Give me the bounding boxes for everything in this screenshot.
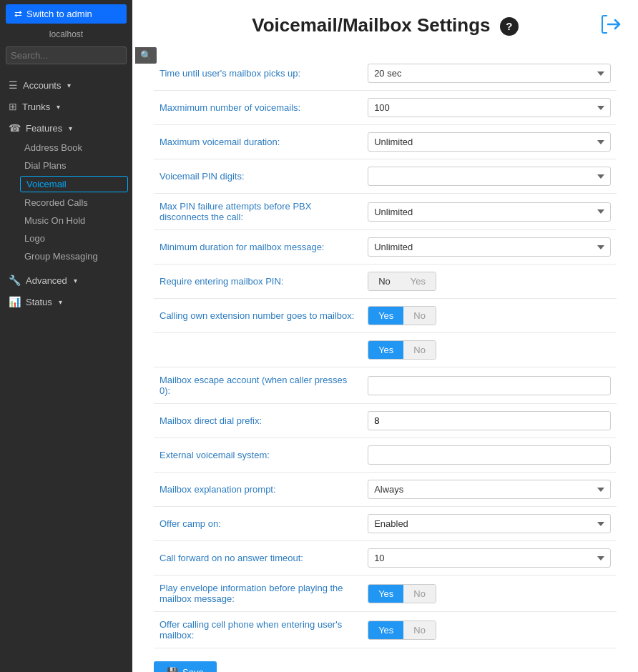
value-min-duration: Unlimited xyxy=(362,230,617,265)
row-mailbox-direct-dial: Mailbox direct dial prefix: xyxy=(154,404,617,438)
toggle-no-unnamed-btn[interactable]: No xyxy=(403,341,436,359)
toggle-play-envelope-info[interactable]: Yes No xyxy=(368,584,436,603)
save-button[interactable]: 💾 Save xyxy=(154,661,217,672)
accounts-icon: ☰ xyxy=(9,79,18,91)
sidebar: ⇄ Switch to admin localhost 🔍 ☰ Accounts… xyxy=(0,0,132,672)
search-box: 🔍 xyxy=(6,46,127,64)
select-voicemail-pin-digits[interactable] xyxy=(368,167,611,186)
label-time-until-pickup: Time until user's mailbox picks up: xyxy=(154,56,362,91)
sidebar-item-recorded-calls[interactable]: Recorded Calls xyxy=(0,194,132,212)
toggle-no-inactive-btn[interactable]: No xyxy=(403,307,436,325)
select-max-voicemails[interactable]: 100 xyxy=(368,98,611,117)
toggle-require-pin[interactable]: No Yes xyxy=(368,272,436,291)
select-max-pin-failure[interactable]: Unlimited xyxy=(368,202,611,222)
sidebar-item-address-book[interactable]: Address Book xyxy=(0,139,132,157)
main-nav: ☰ Accounts ▾ ⊞ Trunks ▾ ☎ Features ▾ Add… xyxy=(0,70,132,270)
value-max-voicemails: 100 xyxy=(362,91,617,125)
status-label: Status xyxy=(26,297,52,307)
accounts-caret: ▾ xyxy=(67,81,71,89)
advanced-icon: 🔧 xyxy=(9,275,21,286)
hostname-label: localhost xyxy=(0,28,132,44)
main-content: Voicemail/Mailbox Settings ? Time until … xyxy=(132,0,638,672)
select-mailbox-explanation-prompt[interactable]: Always xyxy=(368,480,611,499)
help-icon[interactable]: ? xyxy=(500,17,519,36)
toggle-yes-unnamed-btn[interactable]: Yes xyxy=(368,341,403,359)
row-voicemail-pin-digits: Voicemail PIN digits: xyxy=(154,159,617,194)
label-unnamed xyxy=(154,333,362,367)
value-call-forward-timeout: 10 xyxy=(362,541,617,575)
row-min-duration: Minimum duration for mailbox message: Un… xyxy=(154,230,617,265)
search-input[interactable] xyxy=(6,47,135,64)
label-offer-camp-on: Offer camp on: xyxy=(154,507,362,541)
sidebar-item-music-on-hold[interactable]: Music On Hold xyxy=(0,212,132,229)
value-voicemail-pin-digits xyxy=(362,159,617,194)
select-max-voicemail-duration[interactable]: Unlimited xyxy=(368,132,611,152)
label-require-pin: Require entering mailbox PIN: xyxy=(154,265,362,299)
switch-to-admin-button[interactable]: ⇄ Switch to admin xyxy=(6,4,127,24)
trunks-caret: ▾ xyxy=(57,103,60,111)
sidebar-item-dial-plans[interactable]: Dial Plans xyxy=(0,157,132,174)
sidebar-item-features[interactable]: ☎ Features ▾ xyxy=(0,117,132,139)
input-mailbox-escape[interactable] xyxy=(368,376,611,395)
label-play-envelope-info: Play envelope information before playing… xyxy=(154,575,362,612)
toggle-no-btn[interactable]: No xyxy=(368,272,401,290)
value-mailbox-explanation-prompt: Always xyxy=(362,473,617,507)
value-offer-camp-on: Enabled xyxy=(362,507,617,541)
features-label: Features xyxy=(26,123,62,134)
select-min-duration[interactable]: Unlimited xyxy=(368,237,611,257)
trunks-label: Trunks xyxy=(22,102,50,112)
value-calling-own-extension: Yes No xyxy=(362,299,617,333)
row-max-pin-failure: Max PIN failure attempts before PBX disc… xyxy=(154,194,617,230)
page-title: Voicemail/Mailbox Settings ? xyxy=(154,14,617,36)
select-call-forward-timeout[interactable]: 10 xyxy=(368,548,611,568)
input-external-voicemail[interactable] xyxy=(368,445,611,465)
label-voicemail-pin-digits: Voicemail PIN digits: xyxy=(154,159,362,194)
row-require-pin: Require entering mailbox PIN: No Yes xyxy=(154,265,617,299)
label-call-forward-timeout: Call forward on no answer timeout: xyxy=(154,541,362,575)
toggle-yes-envelope-btn[interactable]: Yes xyxy=(368,585,403,603)
toggle-unnamed[interactable]: Yes No xyxy=(368,340,436,360)
row-calling-own-extension: Calling own extension number goes to mai… xyxy=(154,299,617,333)
label-offer-calling-cell: Offer calling cell phone when entering u… xyxy=(154,612,362,648)
value-require-pin: No Yes xyxy=(362,265,617,299)
accounts-label: Accounts xyxy=(23,80,61,91)
toggle-offer-calling-cell[interactable]: Yes No xyxy=(368,621,436,640)
toggle-calling-own-extension[interactable]: Yes No xyxy=(368,306,436,325)
label-min-duration: Minimum duration for mailbox message: xyxy=(154,230,362,265)
value-mailbox-escape xyxy=(362,367,617,404)
toggle-yes-active-btn[interactable]: Yes xyxy=(368,307,403,325)
toggle-no-cell-btn[interactable]: No xyxy=(403,621,436,639)
value-mailbox-direct-dial xyxy=(362,404,617,438)
toggle-yes-btn[interactable]: Yes xyxy=(401,272,436,290)
row-external-voicemail: External voicemail system: xyxy=(154,438,617,473)
label-mailbox-direct-dial: Mailbox direct dial prefix: xyxy=(154,404,362,438)
switch-to-admin-label: Switch to admin xyxy=(26,9,92,19)
row-max-voicemails: Maxmimum number of voicemails: 100 xyxy=(154,91,617,125)
select-time-until-pickup[interactable]: 20 sec xyxy=(368,64,611,83)
sidebar-item-accounts[interactable]: ☰ Accounts ▾ xyxy=(0,74,132,96)
status-icon: 📊 xyxy=(9,296,21,307)
input-mailbox-direct-dial[interactable] xyxy=(368,411,611,430)
value-play-envelope-info: Yes No xyxy=(362,575,617,612)
logout-icon[interactable] xyxy=(598,11,624,43)
label-max-voicemails: Maxmimum number of voicemails: xyxy=(154,91,362,125)
sidebar-item-trunks[interactable]: ⊞ Trunks ▾ xyxy=(0,96,132,117)
label-max-pin-failure: Max PIN failure attempts before PBX disc… xyxy=(154,194,362,230)
select-offer-camp-on[interactable]: Enabled xyxy=(368,514,611,533)
sidebar-item-group-messaging[interactable]: Group Messaging xyxy=(0,247,132,265)
sidebar-item-voicemail[interactable]: Voicemail xyxy=(20,176,128,192)
status-caret: ▾ xyxy=(59,298,62,306)
value-unnamed-toggle: Yes No xyxy=(362,333,617,367)
sidebar-item-logo[interactable]: Logo xyxy=(0,229,132,247)
label-calling-own-extension: Calling own extension number goes to mai… xyxy=(154,299,362,333)
sidebar-item-advanced[interactable]: 🔧 Advanced ▾ xyxy=(0,270,132,291)
value-time-until-pickup: 20 sec xyxy=(362,56,617,91)
toggle-no-envelope-btn[interactable]: No xyxy=(403,585,436,603)
sidebar-item-status[interactable]: 📊 Status ▾ xyxy=(0,291,132,312)
toggle-yes-cell-btn[interactable]: Yes xyxy=(368,621,403,639)
row-mailbox-explanation-prompt: Mailbox explanation prompt: Always xyxy=(154,473,617,507)
value-max-voicemail-duration: Unlimited xyxy=(362,125,617,159)
row-mailbox-escape: Mailbox escape account (when caller pres… xyxy=(154,367,617,404)
value-offer-calling-cell: Yes No xyxy=(362,612,617,648)
features-caret: ▾ xyxy=(69,124,72,132)
